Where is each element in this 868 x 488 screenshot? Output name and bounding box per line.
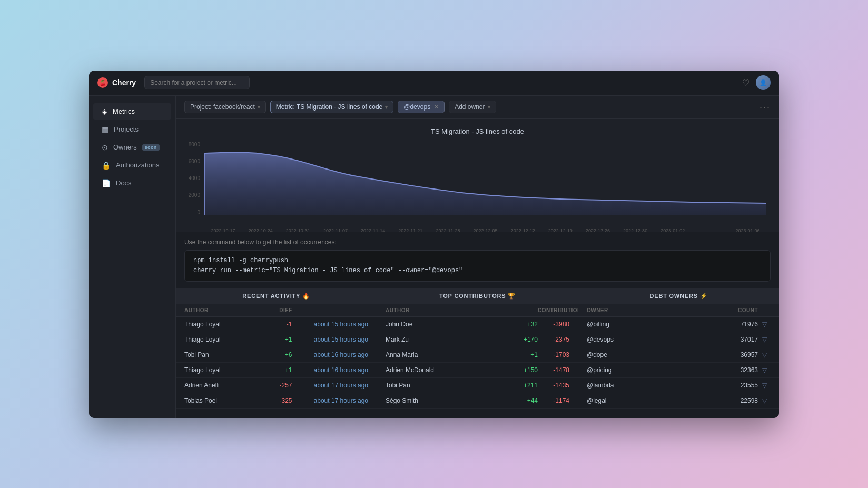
table-row[interactable]: Mark Zu +170 -2375	[377, 332, 578, 347]
table-row[interactable]: Tobias Poel -325 about 17 hours ago	[176, 393, 377, 409]
add-owner-filter[interactable]: Add owner ▾	[449, 101, 496, 113]
table-row[interactable]: Thiago Loyal +1 about 16 hours ago	[176, 363, 377, 378]
do-col-icon	[758, 307, 771, 313]
debt-owners-body: @billing 71976 ▽ @devops 37017 ▽ @dope 3…	[578, 317, 779, 418]
ra-cell-diff: -325	[261, 397, 292, 404]
table-row[interactable]: Tobi Pan +6 about 16 hours ago	[176, 347, 377, 363]
devops-tag-close-icon[interactable]: ✕	[434, 104, 439, 111]
filter-icon[interactable]: ▽	[758, 336, 771, 343]
more-options-button[interactable]: ···	[760, 102, 771, 113]
filter-icon[interactable]: ▽	[758, 397, 771, 404]
table-row[interactable]: @lambda 23555 ▽	[578, 378, 779, 393]
main-layout: ◈ Metrics ▦ Projects ⊙ Owners soon 🔒 Aut…	[89, 96, 779, 418]
table-row[interactable]: Thiago Loyal -1 about 15 hours ago	[176, 317, 377, 332]
top-contributors-title: TOP CONTRIBUTORS 🏆	[439, 293, 516, 300]
debt-owners-col-headers: OWNER COUNT	[578, 304, 779, 317]
chart-plot	[204, 142, 766, 226]
sidebar-item-owners[interactable]: ⊙ Owners soon	[93, 139, 171, 156]
ra-cell-time[interactable]: about 15 hours ago	[292, 321, 369, 328]
ra-cell-time[interactable]: about 15 hours ago	[292, 336, 369, 343]
do-cell-owner: @pricing	[587, 366, 721, 374]
sidebar-item-authorizations[interactable]: 🔒 Authorizations	[93, 157, 171, 174]
filter-icon[interactable]: ▽	[758, 351, 771, 358]
project-filter[interactable]: Project: facebook/react ▾	[184, 101, 266, 113]
metric-chevron-icon: ▾	[385, 104, 388, 110]
table-row[interactable]: Tobi Pan +211 -1435	[377, 378, 578, 393]
sidebar-item-projects[interactable]: ▦ Projects	[93, 121, 171, 138]
metric-filter[interactable]: Metric: TS Migration - JS lines of code …	[270, 101, 394, 113]
chart-y-axis: 8000 6000 4000 2000 0	[189, 142, 204, 215]
heart-icon[interactable]: ♡	[742, 78, 749, 88]
ra-cell-author: Thiago Loyal	[184, 336, 261, 343]
sidebar-item-docs[interactable]: 📄 Docs	[93, 175, 171, 192]
x-label-9: 2022-12-12	[504, 228, 541, 233]
y-label-6000: 6000	[189, 158, 200, 164]
do-cell-owner: @lambda	[587, 382, 721, 389]
x-label-2: 2022-10-24	[242, 228, 279, 233]
table-row[interactable]: Adrien McDonald +150 -1478	[377, 363, 578, 378]
tc-cell-adds: +44	[511, 397, 538, 404]
tc-col-contributions-2: CONTRIBUTIONS	[538, 307, 569, 313]
cherry-logo-icon: 🍒	[97, 77, 108, 88]
table-row[interactable]: Thiago Loyal +1 about 15 hours ago	[176, 332, 377, 347]
do-col-count: COUNT	[721, 307, 758, 313]
ra-cell-time[interactable]: about 16 hours ago	[292, 351, 369, 358]
ra-cell-diff: +6	[261, 351, 292, 358]
app-name: Cherry	[112, 78, 136, 87]
x-label-11: 2022-12-26	[579, 228, 616, 233]
tc-cell-author: Adrien McDonald	[386, 366, 511, 374]
table-row[interactable]: John Doe +32 -3980	[377, 317, 578, 332]
content-area: Project: facebook/react ▾ Metric: TS Mig…	[176, 96, 779, 418]
table-row[interactable]: @devops 37017 ▽	[578, 332, 779, 347]
chart-svg	[204, 142, 766, 215]
tc-col-contributions	[511, 307, 538, 313]
chart-section: TS Migration - JS lines of code 8000 600…	[176, 119, 779, 232]
x-label-14	[692, 228, 729, 233]
table-row[interactable]: @legal 22598 ▽	[578, 393, 779, 409]
table-row[interactable]: Ségo Smith +44 -1174	[377, 393, 578, 409]
chart-x-axis: 2022-10-17 2022-10-24 2022-10-31 2022-11…	[204, 228, 766, 233]
filter-icon[interactable]: ▽	[758, 321, 771, 328]
tc-cell-removes: -1174	[538, 397, 569, 404]
command-box[interactable]: npm install -g cherrypush cherry run --m…	[184, 250, 771, 282]
filter-icon[interactable]: ▽	[758, 382, 771, 389]
recent-activity-body: Thiago Loyal -1 about 15 hours ago Thiag…	[176, 317, 377, 418]
tc-cell-author: Ségo Smith	[386, 397, 511, 404]
table-row[interactable]: @billing 71976 ▽	[578, 317, 779, 332]
ra-cell-diff: -1	[261, 321, 292, 328]
ra-col-author: AUTHOR	[184, 307, 261, 313]
owners-icon: ⊙	[102, 143, 108, 152]
metrics-icon: ◈	[102, 107, 107, 116]
user-avatar[interactable]: 👤	[756, 75, 771, 90]
ra-cell-time[interactable]: about 16 hours ago	[292, 366, 369, 374]
ra-cell-time[interactable]: about 17 hours ago	[292, 382, 369, 389]
x-label-15: 2023-01-06	[729, 228, 766, 233]
x-label-4: 2022-11-07	[317, 228, 354, 233]
y-label-4000: 4000	[189, 175, 200, 181]
command-line-1: npm install -g cherrypush	[193, 256, 762, 266]
tc-cell-author: Mark Zu	[386, 336, 511, 343]
table-row[interactable]: @pricing 32363 ▽	[578, 363, 779, 378]
do-col-owner: OWNER	[587, 307, 721, 313]
tc-cell-author: John Doe	[386, 321, 511, 328]
table-row[interactable]: Anna Maria +1 -1703	[377, 347, 578, 363]
devops-tag[interactable]: @devops ✕	[398, 101, 445, 113]
command-hint: Use the command below to get the list of…	[184, 238, 771, 246]
sidebar-item-metrics[interactable]: ◈ Metrics	[93, 103, 171, 120]
do-cell-owner: @devops	[587, 336, 721, 343]
ra-col-diff: DIFF	[261, 307, 292, 313]
ra-cell-diff: +1	[261, 366, 292, 374]
x-label-13: 2023-01-02	[654, 228, 692, 233]
table-row[interactable]: @dope 36957 ▽	[578, 347, 779, 363]
search-input[interactable]: Search for a project or metric...	[144, 76, 250, 89]
do-cell-count: 22598	[721, 397, 758, 404]
devops-tag-label: @devops	[403, 103, 430, 111]
table-row[interactable]: Adrien Anelli -257 about 17 hours ago	[176, 378, 377, 393]
recent-activity-col-headers: AUTHOR DIFF	[176, 304, 377, 317]
filter-icon[interactable]: ▽	[758, 366, 771, 374]
x-label-12: 2022-12-30	[617, 228, 654, 233]
ra-cell-time[interactable]: about 17 hours ago	[292, 397, 369, 404]
do-cell-owner: @legal	[587, 397, 721, 404]
ra-cell-author: Tobi Pan	[184, 351, 261, 358]
do-cell-owner: @dope	[587, 351, 721, 358]
